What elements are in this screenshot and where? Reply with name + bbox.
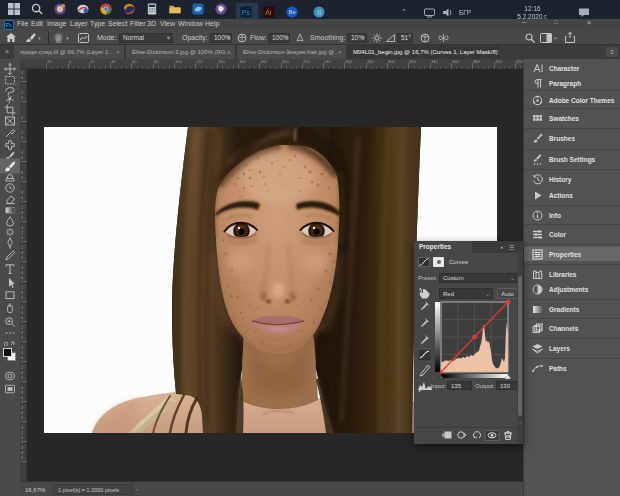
- svg-text:Ai: Ai: [265, 9, 272, 16]
- svg-text:Ps: Ps: [242, 9, 251, 16]
- svg-text:S: S: [317, 8, 322, 17]
- svg-text:Ps: Ps: [6, 22, 13, 28]
- svg-text:Be: Be: [288, 9, 296, 15]
